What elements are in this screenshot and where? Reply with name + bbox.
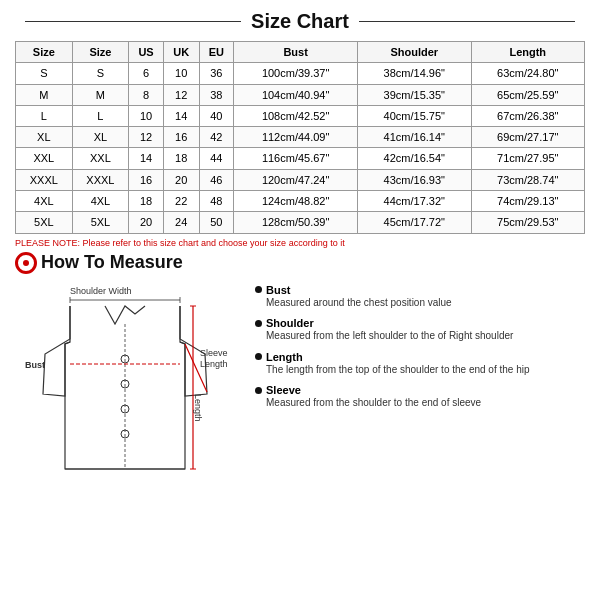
table-cell: 10	[163, 63, 199, 84]
table-cell: XXXL	[72, 169, 129, 190]
table-cell: 43cm/16.93"	[358, 169, 471, 190]
table-cell: 100cm/39.37"	[234, 63, 358, 84]
table-cell: 71cm/27.95"	[471, 148, 585, 169]
measure-list: BustMeasured around the chest position v…	[255, 284, 585, 493]
table-cell: 45cm/17.72"	[358, 212, 471, 233]
measure-item-title: Length	[255, 351, 585, 363]
table-header-cell: Size	[16, 42, 73, 63]
table-cell: 20	[163, 169, 199, 190]
bullet-icon	[255, 353, 262, 360]
table-cell: 128cm/50.39"	[234, 212, 358, 233]
measure-item: ShoulderMeasured from the left shoulder …	[255, 317, 585, 343]
table-cell: S	[16, 63, 73, 84]
table-cell: 44cm/17.32"	[358, 191, 471, 212]
bullet-icon	[255, 320, 262, 327]
table-cell: 124cm/48.82"	[234, 191, 358, 212]
measure-icon-dot	[23, 260, 29, 266]
measure-item-desc: The length from the top of the shoulder …	[266, 363, 585, 377]
table-cell: 12	[129, 127, 164, 148]
svg-text:Length: Length	[200, 359, 228, 369]
table-cell: 108cm/42.52"	[234, 105, 358, 126]
table-cell: 42	[199, 127, 234, 148]
table-cell: 65cm/25.59"	[471, 84, 585, 105]
table-header-cell: Length	[471, 42, 585, 63]
table-cell: 46	[199, 169, 234, 190]
measure-title-text: Sleeve	[266, 384, 301, 396]
table-row: XLXL121642112cm/44.09"41cm/16.14"69cm/27…	[16, 127, 585, 148]
table-header-cell: EU	[199, 42, 234, 63]
page-title: Size Chart	[251, 10, 349, 33]
table-row: 5XL5XL202450128cm/50.39"45cm/17.72"75cm/…	[16, 212, 585, 233]
measure-title-text: Length	[266, 351, 303, 363]
measure-title-text: Bust	[266, 284, 290, 296]
measure-item-title: Shoulder	[255, 317, 585, 329]
table-cell: 48	[199, 191, 234, 212]
table-cell: 42cm/16.54"	[358, 148, 471, 169]
measure-item: BustMeasured around the chest position v…	[255, 284, 585, 310]
table-cell: 41cm/16.14"	[358, 127, 471, 148]
title-line-left	[25, 21, 241, 22]
page: Size Chart SizeSizeUSUKEUBustShoulderLen…	[0, 0, 600, 600]
table-cell: 75cm/29.53"	[471, 212, 585, 233]
svg-text:Sleeve: Sleeve	[200, 348, 228, 358]
table-cell: 18	[129, 191, 164, 212]
table-cell: 20	[129, 212, 164, 233]
table-row: SS61036100cm/39.37"38cm/14.96"63cm/24.80…	[16, 63, 585, 84]
size-chart-table: SizeSizeUSUKEUBustShoulderLength SS61036…	[15, 41, 585, 234]
jacket-diagram: Shoulder Width	[15, 284, 235, 489]
table-cell: XXXL	[16, 169, 73, 190]
table-cell: L	[16, 105, 73, 126]
table-cell: 14	[129, 148, 164, 169]
table-cell: 12	[163, 84, 199, 105]
measure-item-title: Bust	[255, 284, 585, 296]
table-cell: 50	[199, 212, 234, 233]
measure-item: SleeveMeasured from the shoulder to the …	[255, 384, 585, 410]
table-header-cell: US	[129, 42, 164, 63]
measure-title-text: Shoulder	[266, 317, 314, 329]
table-cell: 18	[163, 148, 199, 169]
measure-item: LengthThe length from the top of the sho…	[255, 351, 585, 377]
table-header-cell: Shoulder	[358, 42, 471, 63]
table-cell: 5XL	[72, 212, 129, 233]
table-header-cell: Bust	[234, 42, 358, 63]
table-cell: XL	[72, 127, 129, 148]
table-row: XXLXXL141844116cm/45.67"42cm/16.54"71cm/…	[16, 148, 585, 169]
measure-item-desc: Measured from the left shoulder to the o…	[266, 329, 585, 343]
table-row: 4XL4XL182248124cm/48.82"44cm/17.32"74cm/…	[16, 191, 585, 212]
table-cell: 22	[163, 191, 199, 212]
how-to-title: How To Measure	[41, 252, 183, 273]
measure-item-desc: Measured around the chest position value	[266, 296, 585, 310]
table-cell: 4XL	[16, 191, 73, 212]
table-header-row: SizeSizeUSUKEUBustShoulderLength	[16, 42, 585, 63]
table-cell: 24	[163, 212, 199, 233]
bullet-icon	[255, 387, 262, 394]
table-cell: 10	[129, 105, 164, 126]
diagram-area: Shoulder Width	[15, 284, 245, 493]
table-cell: 6	[129, 63, 164, 84]
table-header-cell: Size	[72, 42, 129, 63]
how-to-section: Shoulder Width	[15, 284, 585, 493]
table-cell: 69cm/27.17"	[471, 127, 585, 148]
title-line-right	[359, 21, 575, 22]
table-cell: 63cm/24.80"	[471, 63, 585, 84]
table-cell: 8	[129, 84, 164, 105]
measure-item-desc: Measured from the shoulder to the end of…	[266, 396, 585, 410]
table-cell: 116cm/45.67"	[234, 148, 358, 169]
table-cell: 104cm/40.94"	[234, 84, 358, 105]
table-cell: 73cm/28.74"	[471, 169, 585, 190]
table-cell: XL	[16, 127, 73, 148]
table-cell: M	[16, 84, 73, 105]
table-cell: 74cm/29.13"	[471, 191, 585, 212]
table-cell: 36	[199, 63, 234, 84]
table-cell: M	[72, 84, 129, 105]
title-row: Size Chart	[15, 10, 585, 33]
table-cell: 67cm/26.38"	[471, 105, 585, 126]
table-cell: L	[72, 105, 129, 126]
size-note: PLEASE NOTE: Please refer to this size c…	[15, 238, 585, 248]
how-to-title-row: How To Measure	[15, 252, 585, 274]
bullet-icon	[255, 286, 262, 293]
table-cell: 16	[129, 169, 164, 190]
measure-item-title: Sleeve	[255, 384, 585, 396]
table-row: XXXLXXXL162046120cm/47.24"43cm/16.93"73c…	[16, 169, 585, 190]
table-row: MM81238104cm/40.94"39cm/15.35"65cm/25.59…	[16, 84, 585, 105]
